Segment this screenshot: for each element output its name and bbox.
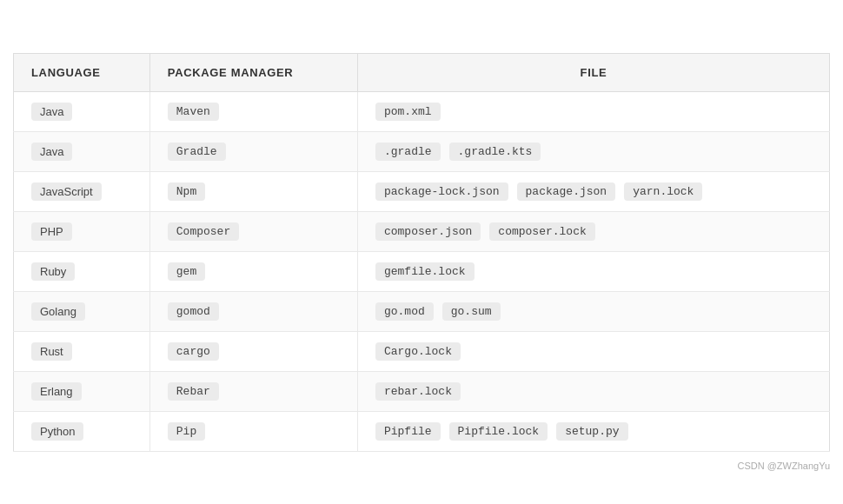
language-cell: Python [14,411,150,451]
language-cell: Golang [14,291,150,331]
file-tag: package-lock.json [375,182,508,201]
package-manager-tag: Composer [168,222,239,241]
package-manager-cell: Maven [149,91,357,131]
files-cell: go.modgo.sum [357,291,829,331]
files-cell: gemfile.lock [357,251,829,291]
file-tag: Pipfile.lock [449,422,548,441]
file-tag: Pipfile [375,422,441,441]
file-list: rebar.lock [375,382,812,401]
package-manager-tag: Rebar [168,382,219,401]
table-row: RustcargoCargo.lock [14,331,830,371]
package-manager-cell: cargo [149,331,357,371]
package-manager-tag: Gradle [168,143,226,161]
language-cell: PHP [14,211,150,251]
files-cell: package-lock.jsonpackage.jsonyarn.lock [357,171,829,211]
language-cell: Java [14,131,150,171]
files-cell: Cargo.lock [357,331,829,371]
language-tag: Erlang [31,382,82,401]
file-list: go.modgo.sum [375,302,812,321]
file-tag: yarn.lock [624,182,702,201]
header-package-manager: PACKAGE MANAGER [149,53,357,91]
package-table: LANGUAGE PACKAGE MANAGER FILE JavaMavenp… [13,53,830,452]
file-tag: composer.json [375,222,481,241]
language-tag: Rust [31,342,72,361]
package-manager-cell: Npm [149,171,357,211]
files-cell: .gradle.gradle.kts [357,131,829,171]
table-row: PHPComposercomposer.jsoncomposer.lock [14,211,830,251]
package-manager-cell: Composer [149,211,357,251]
package-manager-tag: gomod [168,302,219,321]
language-cell: Java [14,91,150,131]
language-tag: Python [31,422,83,441]
package-manager-cell: gem [149,251,357,291]
file-tag: .gradle [375,143,441,161]
language-tag: PHP [31,222,72,241]
package-manager-cell: Rebar [149,371,357,411]
table-row: Golanggomodgo.modgo.sum [14,291,830,331]
language-tag: Java [31,143,72,161]
file-tag: pom.xml [375,103,441,121]
header-file: FILE [357,53,829,91]
package-manager-tag: gem [168,262,205,281]
table-row: ErlangRebarrebar.lock [14,371,830,411]
file-tag: go.sum [442,302,501,321]
header-language: LANGUAGE [14,53,150,91]
main-container: LANGUAGE PACKAGE MANAGER FILE JavaMavenp… [13,53,830,452]
file-tag: package.json [517,182,616,201]
files-cell: composer.jsoncomposer.lock [357,211,829,251]
files-cell: pom.xml [357,91,829,131]
file-list: gemfile.lock [375,262,812,281]
table-header-row: LANGUAGE PACKAGE MANAGER FILE [14,53,830,91]
language-cell: Erlang [14,371,150,411]
language-cell: Ruby [14,251,150,291]
file-tag: go.mod [375,302,434,321]
files-cell: rebar.lock [357,371,829,411]
language-tag: Ruby [31,262,75,281]
package-manager-cell: Pip [149,411,357,451]
table-row: JavaScriptNpmpackage-lock.jsonpackage.js… [14,171,830,211]
language-tag: Java [31,103,72,121]
watermark: CSDN @ZWZhangYu [737,461,830,471]
file-tag: Cargo.lock [375,342,461,361]
package-manager-tag: Maven [168,103,219,121]
file-tag: gemfile.lock [375,262,475,281]
language-tag: Golang [31,302,85,321]
table-row: JavaGradle.gradle.gradle.kts [14,131,830,171]
file-list: PipfilePipfile.locksetup.py [375,422,812,441]
file-list: .gradle.gradle.kts [375,143,812,161]
files-cell: PipfilePipfile.locksetup.py [357,411,829,451]
file-tag: composer.lock [489,222,594,241]
package-manager-cell: gomod [149,291,357,331]
package-manager-tag: Pip [168,422,205,441]
file-list: package-lock.jsonpackage.jsonyarn.lock [375,182,812,201]
language-cell: Rust [14,331,150,371]
language-cell: JavaScript [14,171,150,211]
package-manager-cell: Gradle [149,131,357,171]
language-tag: JavaScript [31,182,102,201]
file-tag: rebar.lock [375,382,461,401]
file-list: Cargo.lock [375,342,812,361]
file-list: composer.jsoncomposer.lock [375,222,812,241]
package-manager-tag: cargo [168,342,219,361]
file-list: pom.xml [375,103,812,121]
table-row: JavaMavenpom.xml [14,91,830,131]
file-tag: .gradle.kts [449,143,541,161]
package-manager-tag: Npm [168,182,205,201]
table-row: PythonPipPipfilePipfile.locksetup.py [14,411,830,451]
table-row: Rubygemgemfile.lock [14,251,830,291]
file-tag: setup.py [556,422,627,441]
